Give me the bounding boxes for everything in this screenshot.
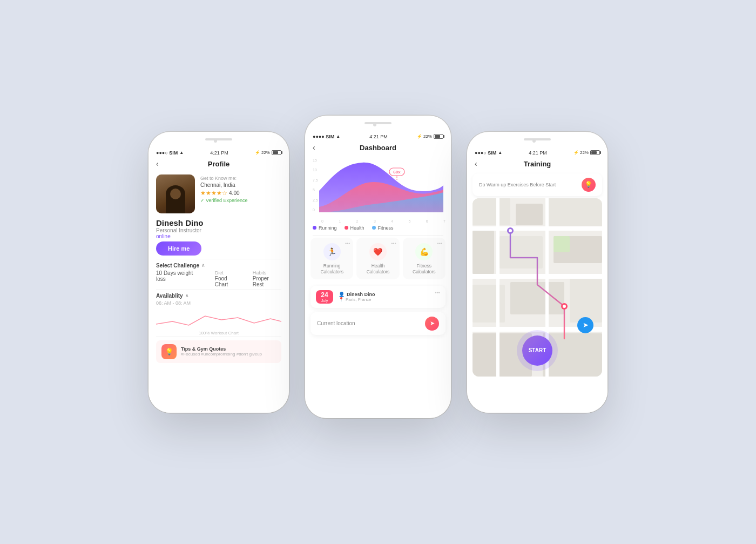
health-calc-name: HealthCalculators — [360, 263, 396, 275]
svg-text:60x: 60x — [393, 170, 401, 174]
battery-icon-right — [590, 150, 600, 155]
running-calc-card[interactable]: ••• 🏃 RunningCalculators — [310, 238, 353, 279]
hire-btn-wrap: Hire me — [148, 241, 289, 259]
legend-running: Running — [313, 225, 337, 231]
carrier-left: ●●●○ SIM ▲ — [156, 150, 184, 156]
warmup-icon: 💡 — [582, 178, 596, 192]
event-date: 24 July — [316, 290, 333, 304]
running-calc-menu[interactable]: ••• — [345, 241, 350, 246]
phone-training: ●●●○ SIM ▲ 4:21 PM ⚡ 22% ‹ Training Do W… — [467, 132, 608, 413]
profile-name-section: Dinesh Dino Personal Instructor online — [148, 216, 289, 241]
event-person: 👤 Dinesh Dino — [339, 292, 375, 297]
profile-meta: Get to Know me: Chennai, India ★★★★☆ 4.0… — [200, 174, 281, 213]
wifi-icon-right: ▲ — [498, 150, 502, 155]
training-map: ➤ START — [473, 198, 602, 377]
svg-rect-20 — [554, 236, 570, 252]
profile-location: Chennai, India — [200, 182, 281, 188]
fitness-calc-menu[interactable]: ••• — [437, 241, 442, 246]
running-calc-icon: 🏃 — [323, 243, 341, 260]
tips-icon: 💡 — [161, 344, 177, 359]
workout-chart — [156, 308, 281, 330]
training-banner: Do Warm up Exercises Before Start 💡 — [473, 173, 602, 196]
phone-dashboard: ●●●● SIM ▲ 4:21 PM ⚡ 22% ‹ Dashboard 15 … — [305, 116, 451, 418]
profile-title: Profile — [208, 160, 230, 168]
profile-status: online — [156, 233, 281, 239]
battery-right: ⚡ 22% — [573, 150, 600, 155]
event-location: 📍 Paris, France — [339, 297, 375, 302]
status-bar-center: ●●●● SIM ▲ 4:21 PM ⚡ 22% — [305, 132, 451, 142]
phone-profile: ●●●○ SIM ▲ 4:21 PM ⚡ 22% ‹ Profile — [148, 132, 289, 413]
event-menu-icon[interactable]: ••• — [435, 290, 440, 295]
fitness-calc-card[interactable]: ••• 💪 FitnessCalculators — [403, 238, 446, 279]
location-label: Current location — [317, 320, 355, 326]
start-button[interactable]: START — [522, 335, 552, 366]
svg-rect-15 — [473, 226, 602, 231]
challenge-diet: Diet Food Chart — [215, 270, 242, 287]
availability-section: Availablity ∧ 06: AM - 08: AM 100% Worko… — [148, 290, 289, 337]
dashboard-chart: 15 10 7.5 5 2.5 0 — [305, 155, 451, 225]
workout-chart-label: 100% Workout Chart — [156, 331, 281, 335]
fitness-calc-name: FitnessCalculators — [406, 263, 442, 275]
map-background: ➤ START — [473, 198, 602, 377]
back-button-dashboard[interactable]: ‹ — [313, 143, 315, 152]
tips-tags: #Focused #uncompromising #don't giveup — [181, 352, 262, 357]
svg-rect-6 — [548, 198, 602, 231]
calculators-section: ••• 🏃 RunningCalculators ••• ❤️ HealthCa… — [305, 236, 451, 281]
svg-rect-7 — [473, 231, 494, 274]
profile-nav: ‹ Profile — [148, 158, 289, 171]
x-axis-labels: 0 1 2 3 4 5 6 7 — [321, 219, 446, 223]
y-axis-labels: 15 10 7.5 5 2.5 0 — [313, 158, 318, 212]
availability-label: Availablity — [156, 293, 183, 299]
chevron-up-icon: ∧ — [201, 263, 205, 268]
svg-rect-8 — [500, 236, 543, 268]
svg-rect-10 — [473, 285, 505, 323]
dashboard-title: Dashboard — [360, 144, 396, 152]
tips-title: Tips & Gym Quotes — [181, 346, 262, 352]
training-title: Training — [524, 160, 551, 168]
event-card: 24 July 👤 Dinesh Dino 📍 Paris, France ••… — [310, 286, 446, 308]
profile-top-section: Get to Know me: Chennai, India ★★★★☆ 4.0… — [148, 171, 289, 216]
challenge-section: Select Challenge ∧ 10 Days weight loss D… — [148, 259, 289, 290]
challenge-label: Select Challenge — [156, 263, 199, 268]
back-button-training[interactable]: ‹ — [475, 159, 477, 168]
training-nav: ‹ Training — [467, 158, 608, 171]
challenge-items: 10 Days weight loss Diet Food Chart Habi… — [156, 270, 281, 287]
health-calc-card[interactable]: ••• ❤️ HealthCalculators — [356, 238, 399, 279]
location-nav-icon: ➤ — [425, 317, 439, 331]
tips-section: 💡 Tips & Gym Quotes #Focused #uncompromi… — [156, 340, 281, 363]
running-dot — [313, 226, 316, 230]
health-calc-icon: ❤️ — [369, 243, 387, 260]
profile-avatar — [156, 174, 195, 213]
status-bar-right: ●●●○ SIM ▲ 4:21 PM ⚡ 22% — [467, 148, 608, 158]
running-calc-name: RunningCalculators — [314, 263, 350, 275]
challenge-main: 10 Days weight loss — [156, 270, 204, 287]
health-dot — [345, 226, 348, 230]
get-to-know-label: Get to Know me: — [200, 176, 281, 181]
svg-rect-5 — [516, 204, 543, 225]
battery-icon-center — [434, 134, 443, 139]
fitness-calc-icon: 💪 — [415, 243, 433, 260]
wifi-icon-left: ▲ — [179, 150, 184, 155]
carrier-right: ●●●○ SIM ▲ — [475, 150, 502, 156]
availability-time: 06: AM - 08: AM — [156, 300, 281, 306]
training-screen: ●●●○ SIM ▲ 4:21 PM ⚡ 22% ‹ Training Do W… — [467, 148, 608, 413]
svg-point-22 — [509, 229, 512, 232]
legend-fitness: Fitness — [372, 225, 394, 231]
battery-icon-left — [272, 150, 281, 155]
carrier-center: ●●●● SIM ▲ — [313, 134, 340, 139]
verified-badge: ✓ Verified Experience — [200, 198, 281, 203]
dashboard-nav: ‹ Dashboard — [305, 142, 451, 155]
battery-left: ⚡ 22% — [255, 150, 281, 155]
profile-stars: ★★★★☆ 4.00 — [200, 190, 281, 197]
back-button-profile[interactable]: ‹ — [156, 159, 159, 168]
svg-rect-18 — [496, 198, 500, 377]
current-location-btn[interactable]: Current location ➤ — [310, 312, 446, 335]
hire-button[interactable]: Hire me — [156, 241, 201, 256]
profile-name: Dinesh Dino — [156, 218, 281, 227]
svg-point-24 — [563, 305, 566, 308]
location-fab[interactable]: ➤ — [577, 317, 593, 333]
challenge-habits: Habits Proper Rest — [253, 270, 281, 287]
divider-3 — [156, 337, 281, 337]
health-calc-menu[interactable]: ••• — [391, 241, 396, 246]
chart-legend: Running Health Fitness — [305, 225, 451, 235]
